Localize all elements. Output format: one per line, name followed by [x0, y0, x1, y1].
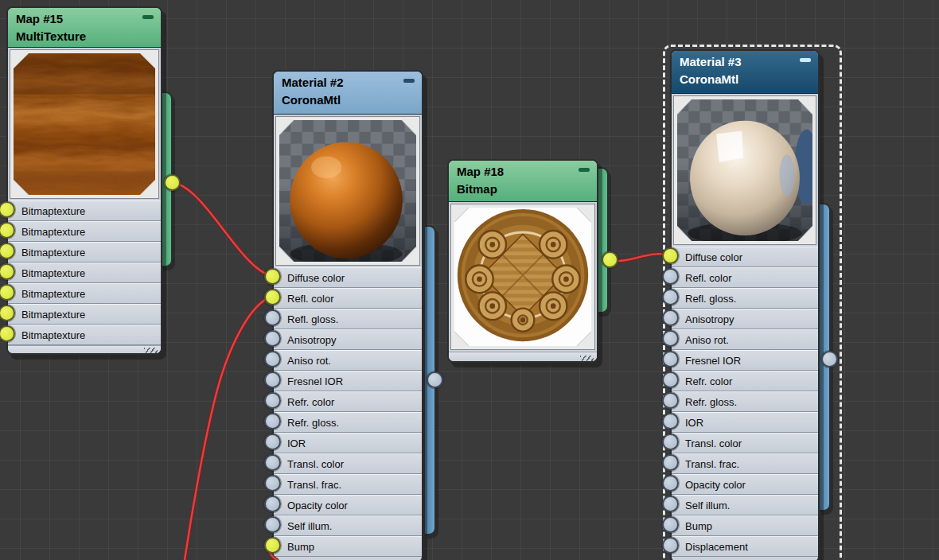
- slot-bitmaptexture[interactable]: Bitmaptexture: [8, 242, 161, 262]
- input-connector-aniso-rot[interactable]: [662, 330, 679, 347]
- slot-transl-frac[interactable]: Transl. frac.: [274, 474, 422, 495]
- slot-refr-color[interactable]: Refr. color: [274, 391, 422, 412]
- input-connector-refl-color[interactable]: [264, 289, 281, 305]
- slot-self-illum[interactable]: Self illum.: [672, 495, 818, 515]
- slot-aniso-rot[interactable]: Aniso rot.: [672, 329, 818, 350]
- slot-diffuse-color[interactable]: Diffuse color: [672, 247, 818, 267]
- slot-self-illum[interactable]: Self illum.: [274, 515, 422, 536]
- input-connector-refl-gloss[interactable]: [264, 309, 281, 326]
- resize-grip-icon[interactable]: [144, 348, 158, 355]
- slot-label: Transl. frac.: [685, 458, 739, 470]
- output-tab-map18[interactable]: [597, 167, 609, 313]
- slot-bitmaptexture[interactable]: Bitmaptexture: [8, 221, 161, 242]
- slot-transl-frac[interactable]: Transl. frac.: [672, 453, 818, 474]
- node-preview[interactable]: [449, 202, 597, 352]
- slot-ior[interactable]: IOR: [274, 433, 422, 453]
- slot-label: Transl. frac.: [287, 479, 341, 491]
- slot-anisotropy[interactable]: Anisotropy: [274, 329, 422, 350]
- slot-bitmaptexture[interactable]: Bitmaptexture: [8, 200, 161, 221]
- slot-anisotropy[interactable]: Anisotropy: [672, 309, 818, 329]
- input-connector-ior[interactable]: [264, 434, 281, 450]
- node-subtitle: CoronaMtl: [282, 91, 414, 109]
- slot-label: Bitmaptexture: [21, 226, 85, 238]
- input-connector-refl-gloss[interactable]: [662, 289, 679, 305]
- node-material3[interactable]: Material #3CoronaMtlDiffuse colorRefl. c…: [670, 49, 820, 560]
- slot-opacity-color[interactable]: Opacity color: [672, 474, 818, 495]
- resize-grip-icon[interactable]: [580, 356, 594, 363]
- slot-refr-gloss[interactable]: Refr. gloss.: [274, 412, 422, 433]
- input-connector-transl-color[interactable]: [662, 434, 679, 450]
- input-connector-refr-gloss[interactable]: [264, 413, 281, 430]
- input-connector-aniso-rot[interactable]: [264, 351, 281, 368]
- slot-refl-color[interactable]: Refl. color: [672, 267, 818, 288]
- preview-frame: [276, 117, 419, 265]
- slot-diffuse-color[interactable]: Diffuse color: [274, 267, 422, 288]
- input-connector-transl-frac[interactable]: [662, 454, 679, 471]
- slot-bitmaptexture[interactable]: Bitmaptexture: [8, 283, 161, 304]
- slot-ior[interactable]: IOR: [672, 412, 818, 433]
- input-connector-refr-color[interactable]: [662, 371, 679, 388]
- input-connector-opacity-color[interactable]: [264, 496, 281, 512]
- node-editor-canvas[interactable]: Map #15MultiTextureBitmaptextureBitmapte…: [0, 0, 939, 560]
- slot-bitmaptexture[interactable]: Bitmaptexture: [8, 325, 161, 345]
- slot-displacement[interactable]: Displacement: [672, 536, 818, 557]
- slot-refr-color[interactable]: Refr. color: [672, 371, 818, 391]
- output-connector-material2[interactable]: [427, 371, 443, 388]
- slot-transl-color[interactable]: Transl. color: [274, 453, 422, 474]
- input-connector-self-illum[interactable]: [662, 496, 679, 512]
- node-map18[interactable]: Map #18Bitmap: [447, 159, 598, 363]
- slot-opacity-color[interactable]: Opacity color: [274, 495, 422, 515]
- slot-bitmaptexture[interactable]: Bitmaptexture: [8, 262, 161, 283]
- slot-refl-gloss[interactable]: Refl. gloss.: [672, 288, 818, 309]
- input-connector-fresnel-ior[interactable]: [264, 371, 281, 388]
- input-connector-anisotropy[interactable]: [264, 330, 281, 347]
- node-header[interactable]: Map #15MultiTexture: [8, 8, 161, 48]
- slot-refl-color[interactable]: Refl. color: [274, 288, 422, 309]
- slot-bitmaptexture[interactable]: Bitmaptexture: [8, 304, 161, 325]
- slot-refr-gloss[interactable]: Refr. gloss.: [672, 391, 818, 412]
- node-header[interactable]: Material #2CoronaMtl: [274, 72, 422, 115]
- input-connector-refr-gloss[interactable]: [662, 392, 679, 409]
- slot-transl-color[interactable]: Transl. color: [672, 433, 818, 453]
- preview-frame: [674, 96, 816, 244]
- output-connector-material3[interactable]: [821, 351, 838, 368]
- collapse-minus-icon[interactable]: [403, 79, 415, 83]
- collapse-minus-icon[interactable]: [142, 15, 154, 19]
- slot-label: Diffuse color: [287, 272, 345, 284]
- slot-refl-gloss[interactable]: Refl. gloss.: [274, 309, 422, 329]
- node-map15[interactable]: Map #15MultiTextureBitmaptextureBitmapte…: [6, 6, 162, 355]
- input-connector-refr-color[interactable]: [264, 392, 281, 409]
- input-connector-ior[interactable]: [662, 413, 679, 430]
- slot-label: Refr. color: [287, 396, 334, 408]
- input-connector-anisotropy[interactable]: [662, 309, 679, 326]
- node-preview[interactable]: [672, 94, 818, 247]
- slot-bump[interactable]: Bump: [274, 536, 422, 557]
- input-connector-transl-frac[interactable]: [264, 475, 281, 492]
- input-connector-bump[interactable]: [264, 537, 281, 554]
- slot-bump[interactable]: Bump: [672, 515, 818, 536]
- node-preview[interactable]: [274, 115, 422, 267]
- input-connector-refl-color[interactable]: [662, 268, 679, 285]
- node-header[interactable]: Map #18Bitmap: [449, 161, 597, 202]
- collapse-minus-icon[interactable]: [579, 168, 590, 172]
- node-preview[interactable]: [8, 48, 161, 200]
- input-connector-diffuse-color[interactable]: [264, 268, 281, 285]
- slot-fresnel-ior[interactable]: Fresnel IOR: [274, 371, 422, 391]
- input-connector-opacity-color[interactable]: [662, 475, 679, 492]
- input-connector-bump[interactable]: [662, 516, 679, 533]
- slot-label: Refl. gloss.: [287, 313, 338, 325]
- input-connector-transl-color[interactable]: [264, 454, 281, 471]
- collapse-minus-icon[interactable]: [800, 58, 811, 62]
- input-connector-displacement[interactable]: [662, 537, 679, 554]
- node-material2[interactable]: Material #2CoronaMtlDiffuse colorRefl. c…: [272, 70, 423, 560]
- input-connector-diffuse-color[interactable]: [662, 247, 679, 264]
- input-connector-fresnel-ior[interactable]: [662, 351, 679, 368]
- node-header[interactable]: Material #3CoronaMtl: [672, 51, 818, 94]
- slot-label: Bitmaptexture: [21, 267, 85, 279]
- slot-aniso-rot[interactable]: Aniso rot.: [274, 350, 422, 371]
- output-connector-map18[interactable]: [602, 251, 618, 268]
- output-connector-map15[interactable]: [164, 174, 181, 191]
- slot-fresnel-ior[interactable]: Fresnel IOR: [672, 350, 818, 371]
- slot-label: Refr. gloss.: [287, 417, 339, 429]
- input-connector-self-illum[interactable]: [264, 516, 281, 533]
